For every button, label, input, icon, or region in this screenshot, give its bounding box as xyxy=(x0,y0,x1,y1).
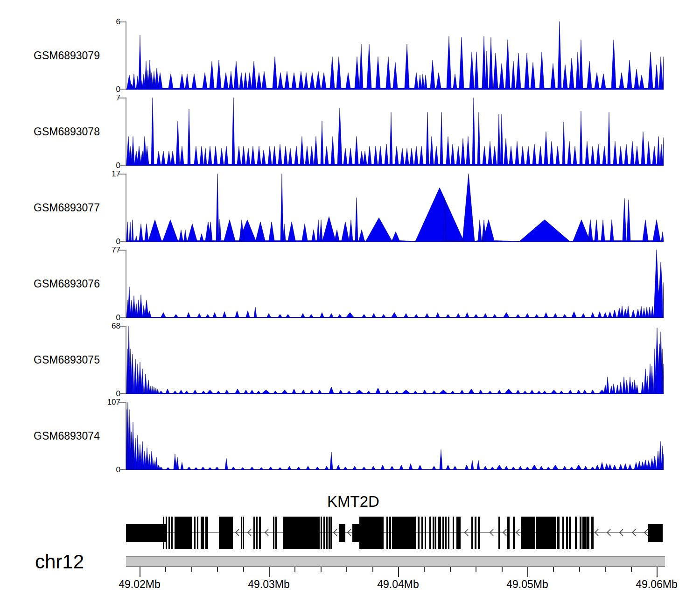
exon-box xyxy=(421,517,423,549)
exon-box xyxy=(575,517,577,549)
axis-major-tick xyxy=(657,567,658,577)
axis-minor-tick xyxy=(424,567,425,572)
exon-box xyxy=(569,517,571,549)
exon-box xyxy=(163,517,164,549)
exon-box xyxy=(475,517,476,549)
exon-box xyxy=(241,517,242,549)
axis-minor-tick xyxy=(372,567,373,572)
axis-major-tick xyxy=(269,567,270,577)
exon-box xyxy=(171,517,173,549)
y-axis-max-label: 77 xyxy=(92,246,120,254)
axis-major-tick xyxy=(398,567,399,577)
exon-box xyxy=(256,517,258,549)
signal-track-GSM6893077: GSM6893077170 xyxy=(0,174,700,242)
exon-box xyxy=(283,517,320,549)
y-axis-bracket xyxy=(119,402,126,403)
signal-track-GSM6893074: GSM68930741070 xyxy=(0,402,700,470)
exon-box xyxy=(253,517,255,549)
y-axis-bracket xyxy=(119,98,126,98)
utr-box xyxy=(648,524,663,542)
axis-minor-tick xyxy=(605,567,606,572)
gene-model-track xyxy=(0,513,700,553)
exon-box xyxy=(521,517,535,549)
exon-box xyxy=(219,517,233,549)
y-axis-zero-label: 0 xyxy=(92,238,120,245)
exon-box xyxy=(562,517,564,549)
axis-minor-tick xyxy=(165,567,166,572)
exon-box xyxy=(513,517,515,549)
exon-box xyxy=(323,517,325,549)
exon-box xyxy=(582,517,587,549)
y-axis-max-label: 7 xyxy=(92,94,120,102)
exon-box xyxy=(425,517,426,549)
utr-box xyxy=(339,524,345,542)
y-axis-bracket xyxy=(119,21,126,22)
exon-box xyxy=(442,517,444,549)
exon-box xyxy=(175,517,192,549)
exon-box xyxy=(275,517,277,549)
y-axis-zero-label: 0 xyxy=(92,466,120,474)
exon-box xyxy=(587,517,589,549)
axis-minor-tick xyxy=(243,567,244,572)
exon-box xyxy=(259,517,261,549)
y-axis-zero-label: 0 xyxy=(92,314,120,322)
y-axis-max-label: 107 xyxy=(92,398,120,406)
exon-box xyxy=(330,517,332,549)
coverage-signal xyxy=(126,174,664,242)
track-label: GSM6893078 xyxy=(34,126,100,138)
y-axis-bracket xyxy=(119,174,126,175)
exon-box xyxy=(418,517,420,549)
coverage-signal xyxy=(126,250,664,318)
axis-minor-tick xyxy=(631,567,632,572)
y-axis-bracket xyxy=(119,250,126,251)
coverage-signal xyxy=(126,21,664,90)
track-label: GSM6893074 xyxy=(34,430,100,442)
y-axis-zero-label: 0 xyxy=(92,85,120,93)
exon-box xyxy=(507,517,510,549)
exon-box xyxy=(205,517,208,549)
y-axis-max-label: 6 xyxy=(92,18,120,26)
axis-major-tick xyxy=(527,567,528,577)
axis-tick-label: 49.06Mb xyxy=(636,578,678,591)
y-axis-max-label: 68 xyxy=(92,322,120,330)
exon-box xyxy=(329,517,330,549)
y-axis-max-label: 17 xyxy=(92,170,120,178)
gene-name-label: KMT2D xyxy=(327,493,379,511)
genome-axis-bar xyxy=(126,556,665,567)
y-axis-bracket xyxy=(119,469,126,470)
exon-box xyxy=(201,517,204,549)
y-axis-bracket xyxy=(119,241,126,242)
axis-tick-label: 49.03Mb xyxy=(248,578,290,591)
axis-major-tick xyxy=(140,567,140,577)
exon-box xyxy=(456,517,461,549)
coverage-signal xyxy=(126,326,664,394)
signal-track-GSM6893079: GSM689307960 xyxy=(0,21,700,90)
exon-box xyxy=(326,517,328,549)
utr-box xyxy=(126,524,167,542)
exon-box xyxy=(392,517,416,549)
coverage-signal xyxy=(126,402,664,470)
y-axis-zero-label: 0 xyxy=(92,390,120,398)
exon-box xyxy=(194,517,196,549)
genome-browser-figure: GSM689307960GSM689307870GSM6893077170GSM… xyxy=(0,0,700,616)
axis-minor-tick xyxy=(321,567,322,572)
exon-box xyxy=(580,517,581,549)
axis-minor-tick xyxy=(294,567,295,572)
gene-model-diagram xyxy=(126,513,665,553)
axis-minor-tick xyxy=(476,567,476,572)
y-axis-zero-label: 0 xyxy=(92,161,120,169)
axis-minor-tick xyxy=(553,567,554,572)
genome-axis-track: 49.02Mb49.03Mb49.04Mb49.05Mb49.06Mb xyxy=(0,556,700,608)
exon-box xyxy=(566,517,568,549)
exon-box xyxy=(243,517,244,549)
exon-box xyxy=(435,517,436,549)
axis-minor-tick xyxy=(450,567,451,572)
axis-minor-tick xyxy=(217,567,218,572)
track-label: GSM6893077 xyxy=(34,202,100,214)
exon-box xyxy=(389,517,391,549)
exon-box xyxy=(433,517,434,549)
exon-box xyxy=(471,517,473,549)
axis-minor-tick xyxy=(579,567,580,572)
exon-box xyxy=(166,517,167,549)
axis-minor-tick xyxy=(502,567,503,572)
